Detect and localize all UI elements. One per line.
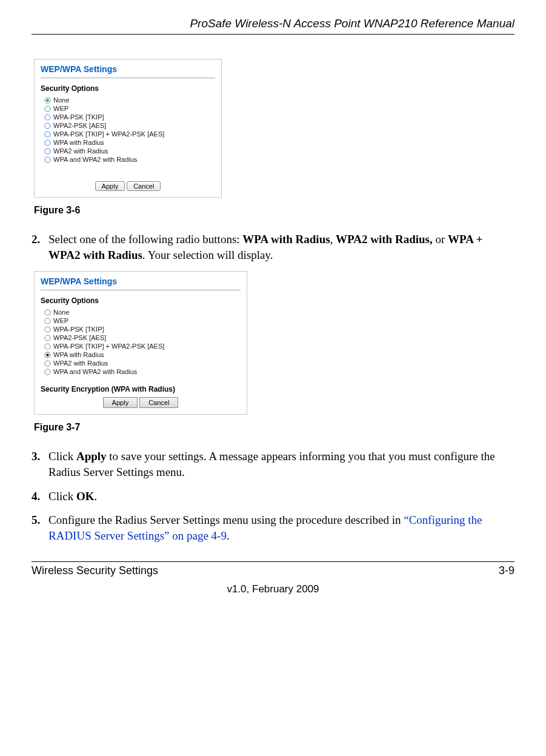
option-label: WPA and WPA2 with Radius xyxy=(53,368,137,375)
svg-point-7 xyxy=(45,148,50,153)
option-label: WPA2 with Radius xyxy=(53,147,108,155)
apply-button[interactable]: Apply xyxy=(103,397,138,408)
svg-point-2 xyxy=(45,105,50,111)
svg-point-15 xyxy=(46,353,48,356)
page-footer: Wireless Security Settings 3-9 v1.0, Feb… xyxy=(32,561,514,595)
radio-icon xyxy=(44,122,51,129)
radio-icon xyxy=(44,343,51,350)
option-none[interactable]: None xyxy=(44,309,241,316)
radio-icon xyxy=(44,309,51,316)
option-label: WPA and WPA2 with Radius xyxy=(53,156,137,163)
step-body: Configure the Radius Server Settings men… xyxy=(48,512,514,543)
option-wpa2-radius[interactable]: WPA2 with Radius xyxy=(44,147,215,155)
apply-button[interactable]: Apply xyxy=(95,181,125,191)
step-body: Click Apply to save your settings. A mes… xyxy=(48,449,514,480)
panel-separator xyxy=(41,78,215,78)
bold-option-2: WPA2 with Radius, xyxy=(336,233,433,246)
radio-icon xyxy=(44,148,51,155)
radio-icon xyxy=(44,369,51,375)
bold-option-1: WPA with Radius xyxy=(242,233,330,246)
step-number: 4. xyxy=(32,489,48,504)
step-5: 5. Configure the Radius Server Settings … xyxy=(32,512,514,543)
svg-point-6 xyxy=(45,139,50,145)
step-4: 4. Click OK. xyxy=(32,489,514,504)
cancel-button[interactable]: Cancel xyxy=(139,397,178,408)
radio-icon xyxy=(44,114,51,121)
svg-point-1 xyxy=(46,99,48,101)
footer-version: v1.0, February 2009 xyxy=(32,577,514,595)
option-wpa-radius[interactable]: WPA with Radius xyxy=(44,351,241,358)
step-text: to save your settings. A message appears… xyxy=(48,450,495,478)
option-wpa-radius[interactable]: WPA with Radius xyxy=(44,139,215,146)
option-label: WPA2-PSK [AES] xyxy=(53,334,106,341)
panel-title: WEP/WPA Settings xyxy=(41,276,241,290)
step-2: 2. Select one of the following radio but… xyxy=(32,232,514,263)
panel-separator xyxy=(41,290,241,290)
panel-title: WEP/WPA Settings xyxy=(41,64,215,78)
option-wpa-psk-tkip[interactable]: WPA-PSK [TKIP] xyxy=(44,326,241,333)
option-wpa2-psk-aes[interactable]: WPA2-PSK [AES] xyxy=(44,334,241,341)
radio-icon xyxy=(44,105,51,112)
figure-caption: Figure 3-7 xyxy=(34,422,514,433)
option-wpa2-radius[interactable]: WPA2 with Radius xyxy=(44,360,241,367)
svg-point-17 xyxy=(45,369,50,375)
step-text: . xyxy=(94,490,97,503)
figure-caption: Figure 3-6 xyxy=(34,205,514,216)
option-wpa-psk-plus-wpa2-psk[interactable]: WPA-PSK [TKIP] + WPA2-PSK [AES] xyxy=(44,343,241,350)
option-label: WPA2-PSK [AES] xyxy=(53,122,106,129)
cancel-button[interactable]: Cancel xyxy=(127,181,161,191)
svg-point-3 xyxy=(45,114,50,119)
option-label: WPA with Radius xyxy=(53,139,104,146)
option-label: WPA with Radius xyxy=(53,351,104,358)
radio-icon xyxy=(44,97,51,104)
svg-point-16 xyxy=(45,361,50,366)
svg-point-13 xyxy=(45,344,50,349)
svg-point-9 xyxy=(45,310,50,315)
running-header: ProSafe Wireless-N Access Point WNAP210 … xyxy=(32,17,514,34)
sep: or xyxy=(433,233,448,246)
header-rule xyxy=(32,34,514,35)
radio-icon xyxy=(44,326,51,333)
step-3: 3. Click Apply to save your settings. A … xyxy=(32,449,514,480)
option-label: WEP xyxy=(53,317,68,324)
sep: , xyxy=(330,233,336,246)
radio-icon xyxy=(44,139,51,146)
option-label: WPA-PSK [TKIP] xyxy=(53,113,104,121)
svg-point-4 xyxy=(45,122,50,128)
radio-icon xyxy=(44,335,51,341)
option-wpa-psk-plus-wpa2-psk[interactable]: WPA-PSK [TKIP] + WPA2-PSK [AES] xyxy=(44,130,215,138)
option-label: WEP xyxy=(53,105,68,112)
option-wpa-and-wpa2-radius[interactable]: WPA and WPA2 with Radius xyxy=(44,156,215,163)
option-wep[interactable]: WEP xyxy=(44,317,241,324)
option-label: WPA-PSK [TKIP] + WPA2-PSK [AES] xyxy=(53,130,164,138)
option-label: WPA2 with Radius xyxy=(53,360,108,367)
figure-3-6-screenshot: WEP/WPA Settings Security Options None W… xyxy=(34,59,222,198)
security-options-label: Security Options xyxy=(41,84,215,93)
step-number: 2. xyxy=(32,232,48,263)
option-wpa2-psk-aes[interactable]: WPA2-PSK [AES] xyxy=(44,122,215,129)
option-label: WPA-PSK [TKIP] + WPA2-PSK [AES] xyxy=(53,343,164,350)
footer-left: Wireless Security Settings xyxy=(32,564,158,577)
option-label: WPA-PSK [TKIP] xyxy=(53,326,104,333)
footer-page-number: 3-9 xyxy=(499,564,514,577)
security-options-label: Security Options xyxy=(41,296,241,305)
svg-point-10 xyxy=(45,318,50,324)
radio-icon xyxy=(44,318,51,324)
svg-point-5 xyxy=(45,131,50,136)
option-wpa-psk-tkip[interactable]: WPA-PSK [TKIP] xyxy=(44,113,215,121)
option-wep[interactable]: WEP xyxy=(44,105,215,112)
radio-icon xyxy=(44,360,51,367)
svg-point-12 xyxy=(45,335,50,341)
option-wpa-and-wpa2-radius[interactable]: WPA and WPA2 with Radius xyxy=(44,368,241,375)
step-text: Select one of the following radio button… xyxy=(48,233,242,246)
security-options-group: None WEP WPA-PSK [TKIP] WPA2-PSK [AES] W… xyxy=(41,93,215,166)
radio-icon xyxy=(44,156,51,163)
footer-rule xyxy=(32,561,514,562)
svg-point-11 xyxy=(45,327,50,332)
option-label: None xyxy=(53,309,69,316)
step-text: Click xyxy=(48,490,76,503)
radio-icon xyxy=(44,131,51,138)
option-none[interactable]: None xyxy=(44,96,215,104)
option-label: None xyxy=(53,96,69,104)
step-body: Select one of the following radio button… xyxy=(48,232,514,263)
